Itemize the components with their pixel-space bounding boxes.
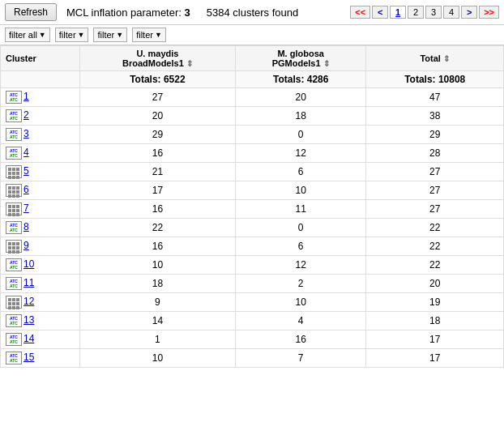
umaydis-cell: 1 — [79, 330, 235, 349]
atc-icon: ATCATC — [6, 314, 22, 327]
grid-icon — [6, 296, 22, 309]
cluster-link[interactable]: 14 — [23, 333, 34, 344]
cluster-link[interactable]: 15 — [23, 352, 34, 363]
grid-icon — [6, 240, 22, 253]
atc-icon: ATCATC — [6, 258, 22, 271]
atc-icon: ATCATC — [6, 333, 22, 346]
cluster-cell: 6 — [1, 181, 80, 200]
cluster-link[interactable]: 5 — [23, 165, 29, 177]
cluster-cell: ATCATC3 — [1, 126, 80, 144]
col-header-mglobosa[interactable]: M. globosaPGModels1 ⇕ — [235, 46, 365, 71]
cluster-cell: ATCATC10 — [1, 256, 80, 275]
col-header-total[interactable]: Total ⇕ — [366, 46, 504, 71]
filter-all-arrow-icon: ▼ — [39, 31, 46, 39]
umaydis-cell: 16 — [79, 237, 235, 256]
table-row: 916622 — [1, 237, 504, 256]
cluster-link[interactable]: 6 — [23, 184, 29, 195]
mglobosa-cell: 7 — [235, 349, 365, 368]
filter-umaydis-button[interactable]: filter ▼ — [93, 28, 127, 42]
filter-mglobosa-arrow-icon: ▼ — [155, 31, 162, 39]
atc-icon: ATCATC — [6, 128, 22, 141]
cluster-cell: ATCATC8 — [1, 219, 80, 237]
filter-cluster-arrow-icon: ▼ — [78, 31, 85, 39]
page-2-button[interactable]: 2 — [408, 6, 424, 19]
total-cell: 38 — [366, 107, 504, 126]
total-cell: 20 — [366, 275, 504, 293]
atc-icon: ATCATC — [6, 91, 22, 104]
totals-total-cell: Totals: 10808 — [366, 71, 504, 88]
cluster-link[interactable]: 12 — [23, 296, 34, 307]
mglobosa-cell: 20 — [235, 88, 365, 107]
filter-mglobosa-button[interactable]: filter ▼ — [132, 28, 166, 42]
cluster-cell: ATCATC15 — [1, 349, 80, 368]
mglobosa-cell: 0 — [235, 126, 365, 144]
filter-umaydis-arrow-icon: ▼ — [116, 31, 123, 39]
cluster-link[interactable]: 4 — [23, 147, 29, 158]
totals-row: Totals: 6522 Totals: 4286 Totals: 10808 — [1, 71, 504, 88]
clusters-found: 5384 clusters found — [207, 6, 298, 19]
col-header-umaydis[interactable]: U. maydisBroadModels1 ⇕ — [79, 46, 235, 71]
sort-total-icon: ⇕ — [443, 54, 450, 63]
atc-icon: ATCATC — [6, 221, 22, 234]
page-3-button[interactable]: 3 — [425, 6, 442, 19]
cluster-link[interactable]: 11 — [23, 277, 34, 288]
umaydis-cell: 9 — [79, 293, 235, 312]
cluster-cell: ATCATC13 — [1, 312, 80, 330]
total-cell: 29 — [366, 126, 504, 144]
umaydis-cell: 22 — [79, 219, 235, 237]
cluster-link[interactable]: 1 — [23, 91, 29, 102]
page-1-button[interactable]: 1 — [390, 6, 406, 19]
mglobosa-cell: 18 — [235, 107, 365, 126]
cluster-cell: ATCATC4 — [1, 144, 80, 163]
cluster-cell: 5 — [1, 163, 80, 181]
grid-icon — [6, 202, 22, 215]
mglobosa-cell: 10 — [235, 181, 365, 200]
total-cell: 19 — [366, 293, 504, 312]
col-header-cluster: Cluster — [1, 46, 80, 71]
cluster-link[interactable]: 13 — [23, 314, 34, 326]
page-4-button[interactable]: 4 — [443, 6, 459, 19]
total-cell: 47 — [366, 88, 504, 107]
total-cell: 22 — [366, 256, 504, 275]
cluster-link[interactable]: 2 — [23, 109, 29, 121]
mglobosa-cell: 12 — [235, 144, 365, 163]
umaydis-cell: 29 — [79, 126, 235, 144]
totals-umaydis-cell: Totals: 6522 — [79, 71, 235, 88]
page-first-button[interactable]: << — [350, 6, 370, 19]
refresh-button[interactable]: Refresh — [5, 3, 57, 21]
page-next-button[interactable]: > — [461, 6, 477, 19]
filter-all-button[interactable]: filter all ▼ — [5, 28, 50, 42]
table-row: 7161127 — [1, 200, 504, 219]
atc-icon: ATCATC — [6, 147, 22, 160]
table-row: ATCATC822022 — [1, 219, 504, 237]
sort-mglobosa-icon: ⇕ — [323, 59, 330, 68]
total-cell: 22 — [366, 237, 504, 256]
totals-cluster-cell — [1, 71, 80, 88]
cluster-cell: ATCATC11 — [1, 275, 80, 293]
total-cell: 27 — [366, 200, 504, 219]
cluster-cell: 7 — [1, 200, 80, 219]
atc-icon: ATCATC — [6, 109, 22, 122]
top-info: MCL inflation parameter: 3 5384 clusters… — [66, 6, 298, 19]
cluster-link[interactable]: 9 — [23, 240, 29, 251]
cluster-link[interactable]: 7 — [23, 202, 29, 214]
filter-cluster-button[interactable]: filter ▼ — [55, 28, 89, 42]
filter-mglobosa-label: filter — [136, 30, 153, 40]
total-cell: 27 — [366, 163, 504, 181]
pagination: << < 1 2 3 4 > >> — [350, 6, 499, 19]
cluster-cell: ATCATC1 — [1, 88, 80, 107]
page-prev-button[interactable]: < — [372, 6, 388, 19]
grid-icon — [6, 165, 22, 178]
main-table: Cluster U. maydisBroadModels1 ⇕ M. globo… — [0, 45, 504, 368]
cluster-link[interactable]: 8 — [23, 221, 29, 232]
table-row: ATCATC10101222 — [1, 256, 504, 275]
umaydis-cell: 21 — [79, 163, 235, 181]
page-last-button[interactable]: >> — [479, 6, 499, 19]
mcl-label: MCL inflation parameter: 3 — [66, 6, 190, 19]
atc-icon: ATCATC — [6, 277, 22, 290]
cluster-cell: ATCATC2 — [1, 107, 80, 126]
cluster-link[interactable]: 10 — [23, 258, 34, 270]
filter-all-label: filter all — [9, 30, 37, 40]
table-header-row: Cluster U. maydisBroadModels1 ⇕ M. globo… — [1, 46, 504, 71]
cluster-link[interactable]: 3 — [23, 128, 29, 139]
